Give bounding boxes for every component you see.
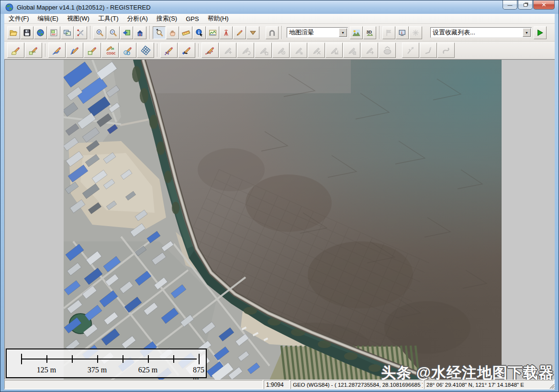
copy-feature-button[interactable] <box>343 43 360 58</box>
status-coordinates: 28° 06' 29.4108" N, 121° 17' 14.1848" E <box>424 380 554 389</box>
monitor-info-icon: i <box>398 29 406 37</box>
combine-features-button[interactable] <box>290 43 307 58</box>
menu-item-4[interactable]: 工具(T) <box>94 13 123 24</box>
pan-tool-button[interactable] <box>166 26 179 39</box>
status-bar: 1:9094 GEO (WGS84) - ( 121.2872735584, 2… <box>4 380 555 390</box>
toolbar-separator <box>149 26 150 39</box>
path-profile-tool-button[interactable] <box>206 26 219 39</box>
download-online-data-button[interactable] <box>34 26 47 39</box>
erase-feature-button[interactable] <box>379 43 396 58</box>
zoom-in-button[interactable] <box>93 26 106 39</box>
menu-item-2[interactable]: 编辑(E) <box>34 13 63 24</box>
info-cursor-icon <box>195 29 203 37</box>
arch-icon <box>268 29 276 37</box>
create-spline-button[interactable] <box>66 43 83 58</box>
favorites-combo[interactable]: 设置收藏列表...▼ <box>430 27 532 38</box>
create-rectangle-button[interactable] <box>84 43 101 58</box>
overlay-control-button[interactable] <box>61 26 74 39</box>
revert-shape-button[interactable] <box>437 43 455 58</box>
scale-bar-line <box>21 359 197 359</box>
minimize-button[interactable]: — <box>503 0 517 10</box>
watermark-text: 头条 @水经注地图下载器 <box>381 363 554 380</box>
scale-label: 125 m <box>37 366 56 374</box>
crop-feature-button[interactable] <box>325 43 343 58</box>
menu-item-5[interactable]: 分析(A) <box>123 13 152 24</box>
floppy-icon <box>23 29 31 37</box>
satellite-imagery[interactable] <box>64 60 502 380</box>
view-shed-tool-button[interactable] <box>220 26 233 39</box>
create-range-ring-button[interactable] <box>25 43 42 58</box>
overlay-control-icon <box>63 29 71 37</box>
create-line-button[interactable] <box>48 43 66 58</box>
pencil-line-icon <box>52 45 62 55</box>
tool-menu-button[interactable] <box>246 26 259 39</box>
zoom-out-button[interactable] <box>107 26 120 39</box>
shader-options-button[interactable] <box>350 26 363 39</box>
background-process-button[interactable] <box>409 26 422 39</box>
rotate-feature-button[interactable] <box>237 43 254 58</box>
create-grid-button[interactable] <box>137 43 154 58</box>
pan-lock-button[interactable] <box>266 26 279 39</box>
snap-feature-button[interactable] <box>272 43 290 58</box>
gps-flag-button[interactable] <box>382 26 395 39</box>
extend-line-button[interactable] <box>402 43 419 58</box>
create-circle-button[interactable] <box>119 43 136 58</box>
zoom-out-icon <box>109 29 117 37</box>
metadata-button[interactable]: i <box>396 26 409 39</box>
pencil-cogo-icon: 36COGO <box>105 45 115 55</box>
measure-tool-button[interactable] <box>179 26 192 39</box>
configuration-button[interactable] <box>74 26 87 39</box>
offset-line-button[interactable] <box>420 43 437 58</box>
restore-button[interactable] <box>518 0 533 10</box>
create-points-button[interactable] <box>160 43 178 58</box>
combo-dropdown-icon[interactable]: ▼ <box>339 28 347 37</box>
menu-item-1[interactable]: 文件(F) <box>4 13 34 24</box>
close-button[interactable]: ✕ <box>533 0 555 10</box>
tools-icon <box>77 29 85 37</box>
zoom-tool-icon <box>155 29 163 37</box>
toolbar-separator <box>281 26 282 39</box>
title-bar[interactable]: Global Mapper v14.1 (b120512) - REGISTER… <box>0 0 559 14</box>
menu-item-3[interactable]: 视图(W) <box>63 13 94 24</box>
map-canvas[interactable]: 125 m375 m625 m875 m 头条 @水经注地图下载器 <box>4 59 555 380</box>
scale-feature-button[interactable] <box>255 43 272 58</box>
window-title: Global Mapper v14.1 (b120512) - REGISTER… <box>17 4 151 11</box>
shader-combo[interactable]: 地图渲晕▼ <box>287 27 348 38</box>
scale-tick <box>199 354 200 364</box>
gray-revert-icon <box>441 45 451 55</box>
save-button[interactable] <box>21 26 34 39</box>
profile-chart-icon <box>209 29 217 37</box>
view-3d-button[interactable]: 3D <box>363 26 376 39</box>
gray-move-icon <box>223 45 233 55</box>
feature-info-tool-button[interactable] <box>193 26 206 39</box>
map-layout-button[interactable] <box>47 26 60 39</box>
menu-item-6[interactable]: 搜索(S) <box>152 13 181 24</box>
edit-vertices-button[interactable] <box>201 43 219 58</box>
open-file-button[interactable] <box>7 26 20 39</box>
terrain-sun-icon <box>352 29 360 37</box>
run-favorite-button[interactable] <box>534 26 547 39</box>
scale-tick <box>97 355 98 363</box>
full-view-button[interactable] <box>134 26 146 39</box>
zoom-to-extent-button[interactable] <box>120 26 133 39</box>
split-feature-button[interactable] <box>308 43 325 58</box>
move-feature-button[interactable] <box>219 43 236 58</box>
digitizer-tool-button[interactable] <box>233 26 246 39</box>
pencil-icon <box>235 29 244 37</box>
gray-scale-icon <box>258 45 268 55</box>
menu-item-8[interactable]: 帮助(H) <box>203 13 233 24</box>
create-area-button[interactable] <box>7 43 24 58</box>
zoom-tool-button[interactable] <box>153 26 166 39</box>
pencil-range-icon <box>29 45 39 55</box>
toolbar-separator <box>379 26 380 39</box>
shift-feature-button[interactable] <box>361 43 378 58</box>
create-cogo-button[interactable]: 36COGO <box>101 43 119 58</box>
menu-item-7[interactable]: GPS <box>181 14 203 23</box>
gray-snap-icon <box>276 45 286 55</box>
resize-grip[interactable] <box>548 382 555 389</box>
scale-tick <box>46 355 47 363</box>
create-point-at-coordinate-button[interactable] <box>178 43 195 58</box>
hand-icon <box>168 29 177 37</box>
combo-dropdown-icon[interactable]: ▼ <box>523 28 531 37</box>
toolbar-separator <box>157 44 158 57</box>
